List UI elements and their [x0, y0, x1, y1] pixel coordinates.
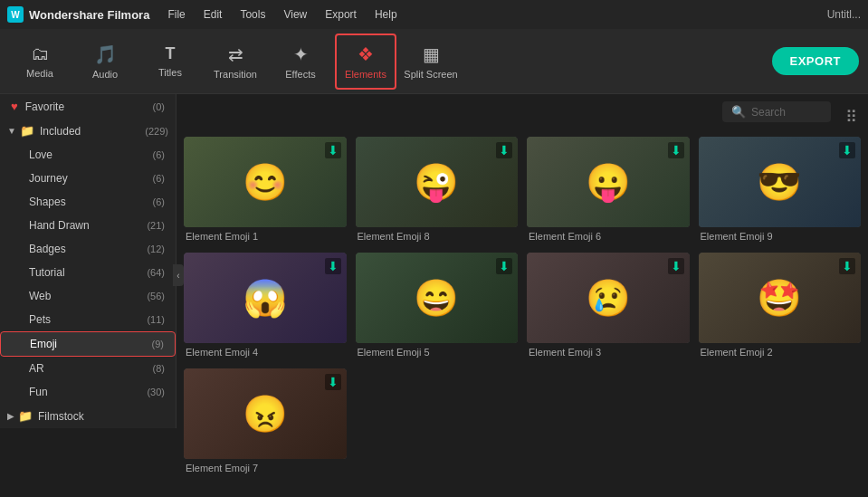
sidebar-item-shapes[interactable]: Shapes (6): [0, 190, 176, 214]
web-count: (56): [147, 291, 165, 301]
emoji6-image: 😛: [586, 161, 631, 204]
chevron-down-icon: ▼: [7, 126, 16, 136]
toolbar-transition[interactable]: ⇄ Transition: [205, 33, 266, 90]
top-controls: 🔍 ⠿: [184, 101, 861, 129]
list-item[interactable]: 😊 ⬇ Element Emoji 1: [184, 137, 347, 244]
included-count: (229): [145, 126, 168, 137]
chevron-right-icon: ▶: [7, 411, 14, 421]
search-bar[interactable]: 🔍: [722, 101, 831, 122]
sidebar-item-fun[interactable]: Fun (30): [0, 380, 176, 404]
emoji8-thumb: 😜 ⬇: [356, 137, 519, 227]
list-item[interactable]: 😄 ⬇ Element Emoji 5: [356, 253, 519, 359]
emoji3-thumb: 😢 ⬇: [527, 253, 690, 343]
toolbar-splitscreen-label: Split Screen: [404, 69, 457, 80]
menu-tools[interactable]: Tools: [236, 6, 269, 23]
journey-label: Journey: [29, 172, 153, 185]
sidebar-item-love[interactable]: Love (6): [0, 143, 176, 167]
list-item[interactable]: 😜 ⬇ Element Emoji 8: [356, 137, 519, 244]
sidebar-item-emoji[interactable]: Emoji (9): [0, 331, 176, 357]
app-logo: W Wondershare Filmora: [7, 6, 149, 23]
sidebar-item-journey[interactable]: Journey (6): [0, 167, 176, 190]
menu-bar: W Wondershare Filmora File Edit Tools Vi…: [0, 0, 868, 29]
filmstock-label: Filmstock: [38, 410, 168, 423]
list-item[interactable]: 😛 ⬇ Element Emoji 6: [527, 137, 690, 244]
emoji1-label: Element Emoji 1: [184, 227, 347, 244]
untitled-label: Untitl...: [827, 8, 861, 21]
emoji7-thumb: 😠 ⬇: [184, 368, 347, 459]
download-icon: ⬇: [496, 258, 512, 274]
list-item[interactable]: 😢 ⬇ Element Emoji 3: [527, 253, 690, 359]
sidebar-item-ar[interactable]: AR (8): [0, 357, 176, 380]
sidebar-item-hand-drawn[interactable]: Hand Drawn (21): [0, 214, 176, 237]
list-item[interactable]: 😱 ⬇ Element Emoji 4: [184, 253, 347, 359]
download-icon: ⬇: [668, 258, 684, 274]
sidebar-item-filmstock[interactable]: ▶ 📁 Filmstock: [0, 404, 176, 428]
emoji4-image: 😱: [243, 277, 288, 320]
main-area: ♥ Favorite (0) ▼ 📁 Included (229) Love (…: [0, 94, 868, 497]
toolbar-elements-label: Elements: [345, 69, 386, 80]
toolbar-effects[interactable]: ✦ Effects: [270, 33, 331, 90]
list-item[interactable]: 🤩 ⬇ Element Emoji 2: [699, 253, 862, 359]
menu-edit[interactable]: Edit: [200, 6, 226, 23]
sidebar: ♥ Favorite (0) ▼ 📁 Included (229) Love (…: [0, 94, 176, 428]
pets-count: (11): [147, 314, 165, 325]
toolbar-titles-label: Titles: [158, 67, 182, 78]
audio-icon: 🎵: [94, 43, 117, 65]
menu-export[interactable]: Export: [321, 6, 360, 23]
emoji-label: Emoji: [30, 338, 152, 350]
emoji3-label: Element Emoji 3: [527, 343, 690, 359]
sidebar-item-pets[interactable]: Pets (11): [0, 308, 176, 331]
toolbar-titles[interactable]: T Titles: [139, 33, 201, 90]
emoji2-label: Element Emoji 2: [699, 343, 862, 359]
toolbar: 🗂 Media 🎵 Audio T Titles ⇄ Transition ✦ …: [0, 29, 868, 94]
export-button[interactable]: EXPORT: [772, 47, 859, 75]
shapes-count: (6): [153, 196, 165, 207]
love-count: (6): [153, 149, 165, 160]
grid-view-toggle[interactable]: ⠿: [845, 107, 857, 127]
emoji5-image: 😄: [414, 277, 459, 320]
emoji4-label: Element Emoji 4: [184, 343, 347, 359]
list-item[interactable]: 😎 ⬇ Element Emoji 9: [699, 137, 862, 244]
emoji2-image: 🤩: [757, 277, 802, 320]
hand-drawn-label: Hand Drawn: [29, 219, 147, 232]
included-label: Included: [40, 125, 145, 138]
hand-drawn-count: (21): [147, 220, 165, 231]
menu-view[interactable]: View: [280, 6, 310, 23]
list-item[interactable]: 😠 ⬇ Element Emoji 7: [184, 368, 347, 475]
emoji6-label: Element Emoji 6: [527, 227, 690, 244]
menu-help[interactable]: Help: [371, 6, 401, 23]
sidebar-collapse-button[interactable]: ‹: [173, 264, 184, 286]
sidebar-item-included[interactable]: ▼ 📁 Included (229): [0, 119, 176, 143]
filmstock-folder-icon: 📁: [18, 409, 33, 423]
download-icon: ⬇: [325, 258, 341, 274]
toolbar-audio[interactable]: 🎵 Audio: [74, 33, 136, 90]
emoji5-label: Element Emoji 5: [356, 343, 519, 359]
sidebar-item-badges[interactable]: Badges (12): [0, 237, 176, 261]
emoji8-label: Element Emoji 8: [356, 227, 519, 244]
folder-icon: 📁: [20, 124, 34, 138]
toolbar-transition-label: Transition: [214, 69, 257, 80]
search-input[interactable]: [751, 106, 824, 119]
fun-label: Fun: [29, 386, 147, 398]
search-icon: 🔍: [731, 105, 746, 119]
toolbar-splitscreen[interactable]: ▦ Split Screen: [400, 33, 462, 90]
love-label: Love: [29, 148, 153, 161]
favorite-label: Favorite: [25, 100, 153, 113]
sidebar-item-tutorial[interactable]: Tutorial (64): [0, 261, 176, 284]
transition-icon: ⇄: [228, 43, 243, 65]
emoji7-label: Element Emoji 7: [184, 459, 347, 475]
toolbar-audio-label: Audio: [92, 69, 118, 80]
toolbar-elements[interactable]: ❖ Elements: [335, 33, 396, 90]
toolbar-media[interactable]: 🗂 Media: [9, 33, 71, 90]
emoji5-thumb: 😄 ⬇: [356, 253, 519, 343]
sidebar-wrapper: ♥ Favorite (0) ▼ 📁 Included (229) Love (…: [0, 94, 176, 497]
pets-label: Pets: [29, 313, 147, 326]
menu-file[interactable]: File: [164, 6, 188, 23]
sidebar-item-favorite[interactable]: ♥ Favorite (0): [0, 94, 176, 119]
emoji9-image: 😎: [757, 161, 802, 204]
sidebar-item-web[interactable]: Web (56): [0, 284, 176, 308]
emoji6-thumb: 😛 ⬇: [527, 137, 690, 227]
effects-icon: ✦: [293, 43, 309, 65]
toolbar-media-label: Media: [26, 68, 53, 79]
emoji1-image: 😊: [243, 161, 288, 204]
